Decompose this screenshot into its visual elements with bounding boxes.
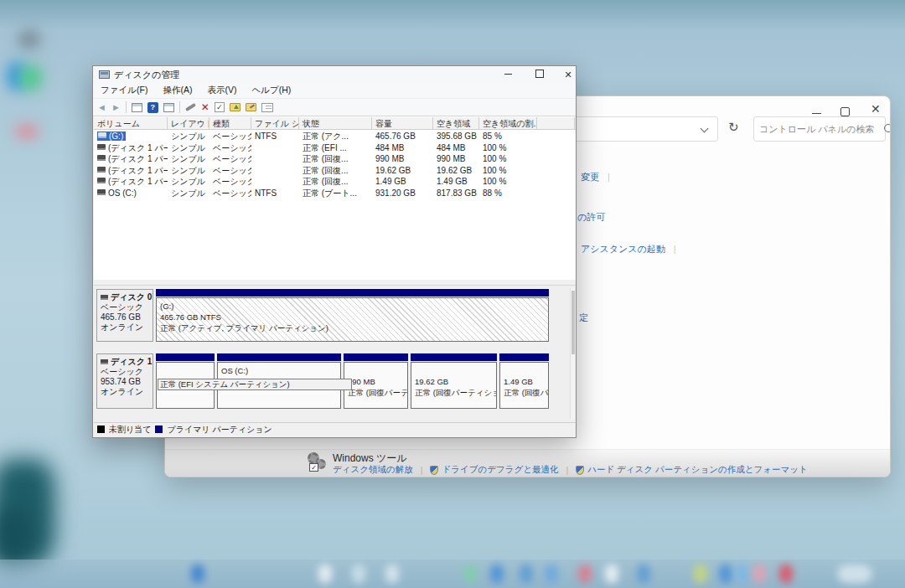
table-header: ボリューム レイアウト 種類 ファイル システム 状態 容量 空き領域 空き領域… (94, 117, 576, 130)
checklist-icon[interactable]: ✓ (215, 102, 225, 112)
menu-file[interactable]: ファイル(F) (93, 85, 155, 96)
search-input[interactable] (754, 124, 883, 134)
uac-shield-icon (576, 466, 584, 475)
disk-0-block: ディスク 0 ベーシック 465.76 GB オンライン (G:) 465.76… (96, 287, 574, 343)
action-pane-icon[interactable] (163, 103, 174, 112)
partition-g[interactable]: (G:) 465.76 GB NTFS 正常 (アクティブ, プライマリ パーテ… (156, 289, 549, 342)
maximize-button[interactable] (527, 66, 552, 83)
scrollbar[interactable] (570, 288, 575, 419)
partition-color-bar (499, 353, 549, 361)
table-row[interactable]: (G:) シンプル ベーシック NTFS 正常 (アク... 465.76 GB… (94, 131, 576, 142)
back-icon[interactable]: ◄ (97, 102, 106, 112)
link-defragment-drives[interactable]: ドライブのデフラグと最適化 (442, 464, 558, 476)
maximize-button[interactable] (840, 107, 850, 116)
search-box[interactable] (753, 116, 886, 142)
link-fragment[interactable]: 変更| (581, 171, 610, 183)
volume-icon (97, 144, 106, 150)
separator: | (674, 244, 676, 254)
console-tree-icon[interactable] (132, 103, 142, 112)
disk-management-window: ディスクの管理 ✕ ファイル(F) 操作(A) 表示(V) ヘルプ(H) ◄ ►… (92, 65, 577, 438)
help-icon[interactable]: ? (147, 102, 158, 113)
taskbar-icon-blob (752, 565, 766, 583)
separator: | (566, 465, 568, 475)
column-header[interactable]: 容量 (372, 117, 433, 130)
menu-bar: ファイル(F) 操作(A) 表示(V) ヘルプ(H) (93, 83, 576, 99)
checkbox-icon: ✓ (309, 463, 318, 472)
disk-1-label[interactable]: ディスク 1 ベーシック 953.74 GB オンライン (96, 353, 153, 409)
partition-color-bar (344, 353, 408, 361)
close-icon[interactable]: ✕ (556, 66, 581, 83)
delete-volume-icon[interactable]: ✕ (201, 101, 209, 113)
legend-unallocated-label: 未割り当て (109, 424, 151, 436)
disk-0-label[interactable]: ディスク 0 ベーシック 465.76 GB オンライン (96, 289, 153, 342)
column-header[interactable]: 空き領域の割... (479, 117, 537, 130)
table-row[interactable]: (ディスク 1 パーティシ... シンプル ベーシック 正常 (回復... 99… (94, 153, 576, 165)
toolbar-separator (179, 101, 180, 113)
refresh-icon[interactable]: ↻ (728, 120, 739, 135)
volume-icon (98, 132, 106, 138)
window-title: ディスクの管理 (114, 69, 179, 81)
column-header[interactable]: ボリューム (94, 117, 168, 130)
taskbar-icon-blob (694, 565, 707, 583)
separator: | (608, 172, 610, 182)
forward-icon[interactable]: ► (111, 102, 121, 112)
column-header[interactable]: レイアウト (168, 117, 209, 130)
taskbar-icon-blob (352, 565, 365, 583)
taskbar-icon-blob (719, 565, 732, 583)
toolbar-separator (126, 101, 127, 113)
legend-primary-swatch (155, 426, 163, 433)
column-header[interactable]: 種類 (209, 117, 251, 130)
link-fragment[interactable]: 定 (579, 312, 588, 324)
column-header[interactable] (537, 117, 575, 130)
selected-volume[interactable]: (G:) (97, 132, 126, 141)
link-create-format-partitions[interactable]: ハード ディスク パーティションの作成とフォーマット (587, 464, 808, 476)
table-row[interactable]: (ディスク 1 パーティシ... シンプル ベーシック 正常 (回復... 1.… (94, 176, 576, 188)
menu-action[interactable]: 操作(A) (155, 85, 199, 96)
legend: 未割り当て プライマリ パーティション (94, 422, 576, 436)
legend-unallocated-swatch (97, 426, 105, 433)
scrollbar-thumb[interactable] (571, 291, 575, 354)
table-row[interactable]: (ディスク 1 パーティシ... シンプル ベーシック 正常 (回復... 19… (94, 165, 576, 177)
table-row[interactable]: OS (C:) シンプル ベーシック NTFS 正常 (ブート... 931.2… (94, 188, 576, 199)
graphical-view-pane: ディスク 0 ベーシック 465.76 GB オンライン (G:) 465.76… (94, 285, 576, 421)
partition-color-bar (156, 353, 215, 361)
column-header[interactable]: 空き領域 (433, 117, 479, 130)
volume-icon (97, 189, 106, 195)
taskbar-icon-blob (736, 565, 749, 583)
minimize-button[interactable] (812, 113, 821, 114)
wrench-icon[interactable] (185, 103, 196, 111)
taskbar-icon-blob (520, 565, 533, 583)
minimize-button[interactable] (495, 66, 520, 83)
taskbar-icon-blob (578, 565, 592, 583)
desktop-icon-blob (20, 65, 42, 90)
partition-recovery-3[interactable]: 1.49 GB 正常 (回復パーティ (499, 353, 549, 409)
taskbar-icon-blob (779, 565, 793, 583)
taskbar-icon-blob (637, 565, 650, 583)
menu-help[interactable]: ヘルプ(H) (244, 85, 298, 96)
menu-view[interactable]: 表示(V) (199, 85, 244, 96)
properties-icon[interactable] (261, 103, 273, 112)
link-fragment[interactable]: アシスタンスの起動| (581, 243, 676, 255)
taskbar-icon-blob (463, 565, 477, 583)
link-fragment[interactable]: の許可 (577, 211, 605, 224)
desktop-icon-blob (15, 124, 39, 139)
efi-status-label: 正常 (EFI システム パーティション) (158, 379, 352, 390)
table-row[interactable]: (ディスク 1 パーティシ... シンプル ベーシック 正常 (EFI ... … (94, 142, 576, 154)
desktop-icon-blob (18, 30, 40, 49)
windows-tools-section: ✓ Windows ツール ディスク領域の解放 | ドライブのデフラグと最適化 … (165, 449, 890, 477)
chevron-down-icon[interactable] (701, 125, 709, 133)
column-header[interactable]: ファイル システム (251, 117, 299, 130)
folder-up-icon[interactable] (230, 103, 240, 111)
volume-list: ボリューム レイアウト 種類 ファイル システム 状態 容量 空き領域 空き領域… (94, 116, 576, 280)
legend-primary-label: プライマリ パーティション (167, 424, 272, 436)
column-header[interactable]: 状態 (299, 117, 372, 130)
close-icon[interactable]: ✕ (871, 102, 881, 116)
taskbar[interactable] (0, 560, 905, 588)
link-free-disk-space[interactable]: ディスク領域の解放 (333, 464, 413, 476)
partition-recovery-2[interactable]: 19.62 GB 正常 (回復パーティション) (411, 353, 497, 409)
taskbar-icon-blob (605, 565, 618, 583)
app-icon (99, 70, 110, 79)
folder-edit-icon[interactable] (246, 103, 256, 111)
taskbar-icon-blob (385, 565, 399, 583)
partition-recovery-1[interactable]: 990 MB 正常 (回復パーテ (344, 353, 408, 409)
